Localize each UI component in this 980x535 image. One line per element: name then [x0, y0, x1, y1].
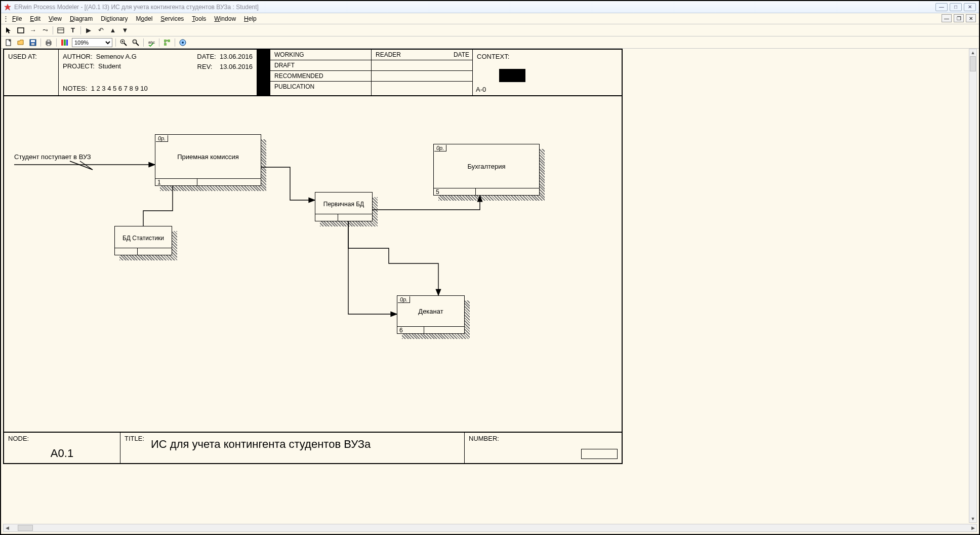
svg-rect-15: [66, 40, 68, 46]
svg-marker-1: [6, 27, 11, 33]
menu-services[interactable]: Services: [156, 15, 188, 22]
save-button[interactable]: [28, 38, 37, 47]
separator: [40, 39, 41, 47]
vertical-scrollbar[interactable]: ▲ ▼: [969, 49, 977, 523]
referent-tool[interactable]: [56, 26, 65, 35]
sheet-header: USED AT: AUTHOR: Semenov A.G PROJECT: St…: [4, 50, 622, 96]
node-value: A0.1: [4, 447, 120, 460]
menubar: ⋮ File Edit View Diagram Dictionary Mode…: [1, 13, 979, 24]
separator: [53, 26, 53, 34]
new-button[interactable]: [4, 38, 13, 47]
arrow-tool[interactable]: →: [28, 26, 37, 35]
app-icon: [4, 4, 11, 11]
footer-title-cell: TITLE: ИС для учета контингента студенто…: [120, 433, 465, 463]
mdi-minimize-button[interactable]: —: [942, 14, 952, 22]
diagram-workarea[interactable]: USED AT: AUTHOR: Semenov A.G PROJECT: St…: [3, 49, 969, 523]
menu-edit[interactable]: Edit: [26, 15, 45, 22]
scroll-up-arrow[interactable]: ▲: [969, 49, 976, 56]
svg-rect-9: [31, 43, 34, 45]
menu-help[interactable]: Help: [240, 15, 261, 22]
scroll-left-arrow[interactable]: ◀: [4, 524, 11, 531]
mdi-restore-button[interactable]: ❐: [954, 14, 964, 22]
model-explorer-button[interactable]: [162, 38, 172, 47]
box1-num: 1: [155, 179, 197, 185]
box6-num: 6: [397, 327, 424, 333]
status-draft: DRAFT: [270, 60, 371, 71]
svg-rect-25: [168, 40, 170, 42]
menu-tools[interactable]: Tools: [188, 15, 210, 22]
footer-node-cell: NODE: A0.1: [4, 433, 120, 463]
datastore-bd-primary[interactable]: Первичная БД: [315, 192, 373, 221]
context-label: CONTEXT:: [477, 53, 509, 60]
number-label: NUMBER:: [469, 435, 499, 442]
svg-rect-14: [64, 40, 66, 46]
input-arrow-label[interactable]: Студент поступает в ВУЗ: [14, 153, 91, 161]
project-value: Student: [98, 62, 121, 70]
spellcheck-button[interactable]: abc: [147, 38, 156, 47]
scroll-down-arrow[interactable]: ▼: [969, 515, 976, 522]
status-recommended: RECOMMENDED: [270, 71, 371, 82]
activity-box-6[interactable]: 0р. Деканат 6: [397, 295, 465, 334]
go-parent-tool[interactable]: ▶: [84, 26, 93, 35]
hscroll-thumb[interactable]: [18, 525, 33, 531]
box6-label: Деканат: [397, 296, 464, 326]
status-working: WORKING: [270, 50, 371, 60]
scroll-right-arrow[interactable]: ▶: [969, 524, 976, 531]
separator: [159, 39, 159, 47]
app-window: ERwin Process Modeler - [(A0.1 I3) ИС дл…: [0, 0, 980, 535]
box5-num: 5: [434, 188, 476, 195]
menu-file[interactable]: File: [8, 15, 26, 22]
reader-date-label: DATE: [454, 51, 469, 58]
context-node: A-0: [476, 86, 486, 93]
horizontal-scrollbar[interactable]: ◀ ▶: [3, 524, 977, 532]
minimize-button[interactable]: —: [935, 3, 948, 11]
close-button[interactable]: ✕: [964, 3, 976, 11]
go-up-tool[interactable]: ▲: [108, 26, 117, 35]
zoom-fit-button[interactable]: [131, 38, 140, 47]
menu-diagram[interactable]: Diagram: [66, 15, 97, 22]
box1-label: Приемная комиссия: [155, 135, 261, 178]
titlebar: ERwin Process Modeler - [(A0.1 I3) ИС дл…: [1, 1, 979, 13]
properties-button[interactable]: [178, 38, 187, 47]
vscroll-thumb[interactable]: [970, 56, 976, 71]
svg-rect-13: [61, 40, 63, 46]
open-button[interactable]: [16, 38, 25, 47]
idef0-sheet: USED AT: AUTHOR: Semenov A.G PROJECT: St…: [3, 49, 623, 464]
date-label: DATE:: [197, 53, 216, 60]
activity-box-1[interactable]: 0р. Приемная комиссия 1: [155, 134, 261, 186]
diagram-canvas[interactable]: 0р. Приемная комиссия 1 БД Статистики Пе…: [4, 96, 622, 432]
activity-box-5[interactable]: 0р. Бухгалтерия 5: [433, 144, 540, 196]
project-label: PROJECT:: [63, 62, 95, 70]
menu-dictionary[interactable]: Dictionary: [97, 15, 132, 22]
header-usedat: USED AT:: [4, 50, 59, 95]
svg-line-17: [124, 43, 127, 46]
datastore-bd-statistics[interactable]: БД Статистики: [114, 226, 172, 255]
header-marker: [257, 50, 270, 95]
menu-model[interactable]: Model: [132, 15, 157, 22]
go-down-tool[interactable]: ▼: [120, 26, 130, 35]
undo-tool[interactable]: ↶: [96, 26, 105, 35]
print-button[interactable]: [44, 38, 53, 47]
svg-rect-24: [164, 40, 167, 42]
svg-line-21: [136, 43, 139, 46]
footer-number-cell: NUMBER:: [465, 433, 622, 463]
maximize-button[interactable]: □: [950, 3, 962, 11]
activity-box-tool[interactable]: [16, 26, 25, 35]
date-value: 13.06.2016: [220, 53, 253, 60]
context-thumbnail: [499, 69, 525, 82]
header-status: WORKING DRAFT RECOMMENDED PUBLICATION: [270, 50, 372, 95]
svg-rect-12: [47, 44, 50, 46]
menu-window[interactable]: Window: [210, 15, 240, 22]
squiggle-tool[interactable]: ⤳: [40, 26, 50, 35]
title-value: ИС для учета контингента студентов ВУЗа: [151, 438, 371, 451]
mdi-close-button[interactable]: ✕: [966, 14, 976, 22]
zoom-select[interactable]: 109%: [72, 38, 112, 47]
svg-text:abc: abc: [148, 40, 155, 45]
svg-point-30: [182, 42, 184, 44]
rev-value: 13.06.2016: [220, 63, 253, 70]
report-button[interactable]: [60, 38, 69, 47]
zoom-in-button[interactable]: [119, 38, 128, 47]
text-tool[interactable]: T: [68, 26, 77, 35]
pointer-tool[interactable]: [4, 26, 13, 35]
menu-view[interactable]: View: [45, 15, 66, 22]
